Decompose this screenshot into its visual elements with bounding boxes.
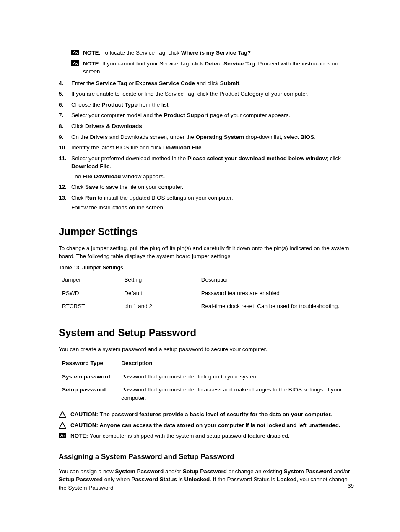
table-row: PSWD Default Password features are enabl… <box>59 287 355 300</box>
password-type-table: Password Type Description System passwor… <box>59 357 355 404</box>
cell: Password features are enabled <box>198 287 355 300</box>
note-icon <box>71 60 79 66</box>
step-9: On the Drivers and Downloads screen, und… <box>59 133 355 141</box>
table-row: System password Password that you must e… <box>59 370 355 383</box>
step-12: Click Save to save the file on your comp… <box>59 183 355 191</box>
page: NOTE: To locate the Service Tag, click W… <box>0 0 400 532</box>
cell: Default <box>121 287 198 300</box>
step-7: Select your computer model and the Produ… <box>59 111 355 120</box>
note-text: NOTE: Your computer is shipped with the … <box>70 432 290 440</box>
steps-list: Enter the Service Tag or Express Service… <box>59 79 355 212</box>
heading-assign-password: Assigning a System Password and Setup Pa… <box>59 452 355 462</box>
th-setting: Setting <box>121 273 198 287</box>
heading-jumper-settings: Jumper Settings <box>59 224 355 239</box>
cell: PSWD <box>59 287 121 300</box>
note-text: NOTE: To locate the Service Tag, click W… <box>83 49 251 57</box>
caution-text: CAUTION: The password features provide a… <box>70 410 332 419</box>
jumper-intro: To change a jumper setting, pull the plu… <box>59 244 355 261</box>
assign-paragraph: You can assign a new System Password and… <box>59 467 355 492</box>
th-password-type: Password Type <box>59 357 118 370</box>
note-icon <box>71 50 79 55</box>
th-description: Description <box>198 273 355 287</box>
desc: Password that you must enter to log on t… <box>118 370 355 383</box>
note-row: NOTE: If you cannot find your Service Ta… <box>71 60 355 76</box>
step-13-sub: Follow the instructions on the screen. <box>71 203 355 212</box>
table-caption: Table 13. Jumper Settings <box>59 264 355 271</box>
cell: pin 1 and 2 <box>121 300 198 313</box>
step-8: Click Drivers & Downloads. <box>59 122 355 130</box>
table-header-row: Password Type Description <box>59 357 355 370</box>
note-row: NOTE: Your computer is shipped with the … <box>59 432 355 440</box>
term: System password <box>59 370 118 383</box>
desc: Password that you must enter to access a… <box>118 383 355 404</box>
step-11: Select your preferred download method in… <box>59 154 355 181</box>
note-row: NOTE: To locate the Service Tag, click W… <box>71 49 355 57</box>
cell: RTCRST <box>59 300 121 313</box>
note-text: NOTE: If you cannot find your Service Ta… <box>83 60 355 76</box>
step-11-sub: The File Download window appears. <box>71 172 355 181</box>
step-6: Choose the Product Type from the list. <box>59 101 355 109</box>
step-4: Enter the Service Tag or Express Service… <box>59 79 355 88</box>
th-jumper: Jumper <box>59 273 121 287</box>
step-13: Click Run to install the updated BIOS se… <box>59 194 355 212</box>
caution-row: CAUTION: Anyone can access the data stor… <box>59 421 355 430</box>
pw-intro: You can create a system password and a s… <box>59 345 355 354</box>
jumper-table: Jumper Setting Description PSWD Default … <box>59 273 355 313</box>
page-number: 39 <box>348 482 354 490</box>
note-icon <box>59 433 66 438</box>
caution-icon <box>59 411 66 418</box>
caution-row: CAUTION: The password features provide a… <box>59 410 355 419</box>
table-row: RTCRST pin 1 and 2 Real-time clock reset… <box>59 300 355 313</box>
caution-icon <box>59 422 66 429</box>
heading-password: System and Setup Password <box>59 326 355 340</box>
cell: Real-time clock reset. Can be used for t… <box>198 300 355 313</box>
term: Setup password <box>59 383 118 404</box>
step-5: If you are unable to locate or find the … <box>59 90 355 98</box>
caution-text: CAUTION: Anyone can access the data stor… <box>70 421 340 430</box>
th-description: Description <box>118 357 355 370</box>
step-10: Identify the latest BIOS file and click … <box>59 143 355 152</box>
table-row: Setup password Password that you must en… <box>59 383 355 404</box>
table-header-row: Jumper Setting Description <box>59 273 355 287</box>
